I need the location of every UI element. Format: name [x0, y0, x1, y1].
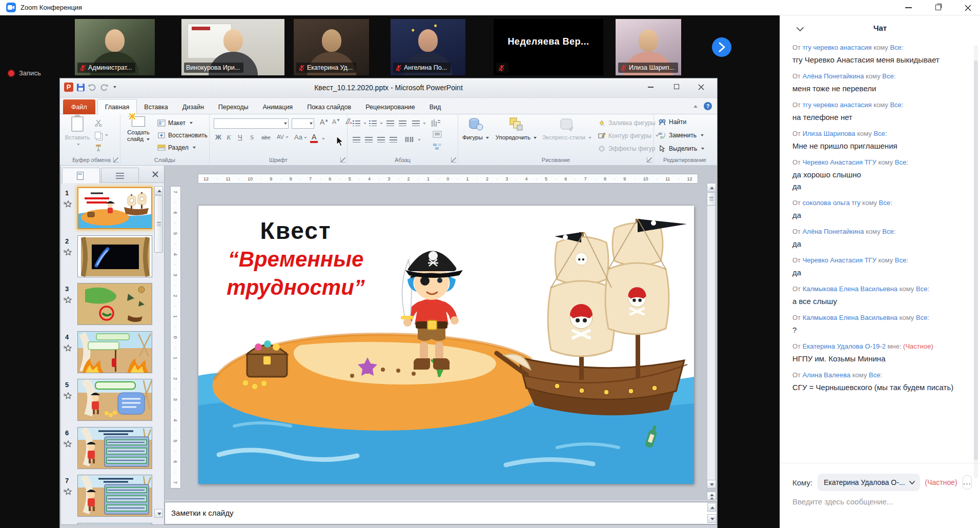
help-button[interactable]: ? — [704, 102, 712, 110]
italic-button[interactable]: К — [225, 133, 233, 142]
participant-tile[interactable]: Винокурова Ири... — [181, 19, 284, 75]
numbering-button[interactable] — [369, 120, 377, 126]
tab-outline[interactable] — [101, 168, 139, 183]
ppt-close-button[interactable] — [692, 82, 710, 93]
slide-thumbnail-image[interactable] — [77, 475, 152, 517]
quick-styles-button[interactable]: Экспресс-стили — [540, 116, 594, 154]
shape-fill-button[interactable]: Заливка фигуры — [598, 119, 663, 127]
slide-thumbnail-image[interactable] — [77, 283, 152, 325]
participant-tile[interactable]: Неделяева Вер... — [494, 19, 603, 75]
slide-thumbnail-image[interactable] — [77, 235, 152, 277]
minimize-ribbon-icon[interactable] — [693, 105, 698, 108]
chat-scrollbar[interactable] — [974, 45, 978, 478]
ppt-minimize-button[interactable] — [642, 82, 660, 93]
shape-effects-button[interactable]: Эффекты фигур — [598, 145, 662, 152]
slide-thumbnail[interactable]: 5 — [61, 379, 164, 423]
shapes-button[interactable]: Фигуры — [460, 116, 491, 154]
ppt-tab-home[interactable]: Главная — [97, 99, 137, 114]
slide-thumbnail-image[interactable] — [77, 379, 152, 421]
bold-button[interactable]: Ж — [214, 133, 223, 141]
paste-button[interactable]: Вставить — [64, 116, 91, 154]
shrink-font-button[interactable]: A▼ — [331, 117, 342, 126]
font-size-combobox[interactable] — [292, 118, 314, 129]
cut-button[interactable] — [95, 119, 103, 127]
change-case-button[interactable]: Aa — [293, 133, 309, 141]
reset-button[interactable]: Восстановить — [157, 132, 208, 139]
scrollbar-thumb[interactable] — [707, 192, 716, 206]
layout-button[interactable]: Макет — [157, 119, 193, 127]
ppt-tab-animation[interactable]: Анимация — [255, 99, 300, 114]
tab-slides[interactable] — [62, 168, 100, 183]
scrollbar-thumb[interactable] — [974, 60, 978, 460]
recipient-dropdown[interactable]: Екатерина Удалова О-... — [818, 474, 920, 491]
underline-button[interactable]: Ч — [236, 133, 244, 141]
replace-button[interactable]: abac Заменить — [658, 132, 704, 139]
decrease-indent-button[interactable] — [386, 120, 394, 126]
scroll-down-button[interactable] — [154, 509, 163, 518]
slide-thumbnail-image[interactable] — [77, 187, 152, 229]
align-left-button[interactable] — [353, 137, 360, 143]
slide-thumbnail-image[interactable] — [77, 331, 152, 373]
align-right-button[interactable] — [377, 137, 385, 143]
text-shadow-button[interactable]: S — [249, 133, 255, 142]
ppt-tab-review[interactable]: Рецензирование — [358, 99, 422, 114]
scroll-up-button[interactable] — [707, 503, 716, 512]
font-color-button[interactable]: A — [310, 132, 318, 143]
slide-thumbnail[interactable]: 4 — [61, 331, 164, 375]
scroll-down-button[interactable] — [707, 480, 716, 489]
columns-button[interactable] — [405, 136, 414, 143]
character-spacing-button[interactable]: AV — [275, 133, 290, 140]
section-button[interactable]: Раздел — [157, 144, 196, 151]
participant-tile[interactable]: Екатерина Уд... — [294, 19, 369, 75]
notes-scrollbar[interactable] — [707, 503, 716, 524]
justify-button[interactable] — [390, 137, 397, 143]
clipboard-dialog-launcher[interactable] — [113, 157, 118, 163]
ppt-tab-design[interactable]: Дизайн — [175, 99, 211, 114]
arrange-button[interactable]: Упорядочить — [494, 116, 538, 154]
shape-outline-button[interactable]: Контур фигуры — [598, 132, 659, 139]
scroll-up-button[interactable] — [707, 183, 716, 192]
slide-canvas[interactable]: Квест “Временныетрудности” — [198, 205, 693, 483]
more-options-button[interactable]: ... — [963, 475, 972, 490]
window-close-button[interactable] — [956, 0, 979, 15]
next-participants-button[interactable] — [712, 37, 731, 57]
notes-pane[interactable]: Заметки к слайду — [165, 502, 717, 524]
select-button[interactable]: Выделить — [658, 145, 704, 152]
find-button[interactable]: Найти — [658, 118, 686, 126]
ppt-tab-insert[interactable]: Вставка — [137, 99, 175, 114]
slide-scrollbar[interactable] — [707, 183, 716, 516]
slide-thumbnail[interactable]: 1 — [61, 187, 164, 231]
font-dialog-launcher[interactable] — [340, 157, 345, 163]
copy-button[interactable] — [95, 132, 108, 139]
slide-thumbnail[interactable]: 2 — [61, 235, 164, 279]
align-center-button[interactable] — [365, 137, 373, 143]
paragraph-dialog-launcher[interactable] — [451, 157, 456, 163]
ppt-tab-slideshow[interactable]: Показ слайдов — [300, 99, 358, 114]
text-direction-button[interactable] — [431, 118, 441, 128]
format-painter-button[interactable] — [95, 144, 103, 151]
ppt-tab-file[interactable]: Файл — [63, 99, 95, 114]
slide-thumbnail[interactable]: 3 — [61, 283, 164, 327]
scrollbar-thumb[interactable] — [154, 195, 163, 253]
scroll-up-button[interactable] — [154, 186, 163, 195]
panel-scrollbar[interactable] — [154, 186, 163, 526]
strikethrough-button[interactable]: abc — [260, 134, 272, 141]
ppt-tab-transitions[interactable]: Переходы — [211, 99, 256, 114]
ppt-tab-view[interactable]: Вид — [422, 99, 448, 114]
new-slide-button[interactable]: Создатьслайд — [124, 116, 153, 154]
window-restore-button[interactable] — [927, 0, 950, 15]
message-input[interactable]: Введите здесь сообщение... — [792, 497, 893, 506]
ppt-maximize-button[interactable] — [668, 82, 685, 93]
font-color-chevron-icon[interactable] — [322, 138, 325, 140]
drawing-dialog-launcher[interactable] — [647, 157, 652, 163]
participant-tile[interactable]: Илиза Шарип... — [616, 19, 681, 75]
font-name-combobox[interactable] — [214, 118, 289, 129]
align-text-button[interactable] — [433, 131, 442, 138]
slide-thumbnail[interactable]: 7 — [61, 475, 164, 519]
scroll-down-button[interactable] — [707, 514, 716, 523]
grow-font-button[interactable]: A▲ — [318, 117, 330, 127]
bullets-button[interactable] — [353, 120, 360, 126]
panel-close-button[interactable] — [151, 170, 160, 179]
convert-to-smartart-button[interactable] — [433, 143, 442, 150]
slide-thumbnail-image[interactable] — [77, 427, 152, 469]
